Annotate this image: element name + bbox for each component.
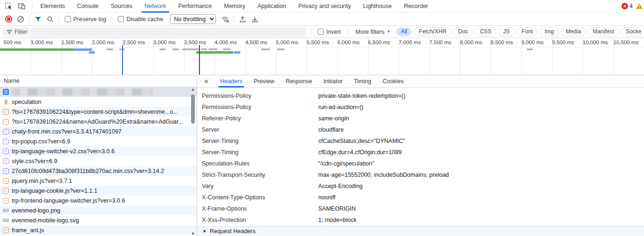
- disable-cache-input[interactable]: [118, 16, 124, 22]
- request-row[interactable]: •?ts=1767839106224&type=content-script&d…: [0, 107, 197, 117]
- detail-tab-timing[interactable]: Timing: [348, 75, 377, 87]
- scroll-up-icon[interactable]: ▲: [190, 87, 196, 92]
- waterfall-bar-gray: [277, 48, 284, 50]
- close-icon[interactable]: ✕: [197, 78, 215, 85]
- request-row[interactable]: •jquery.min.js?ver=3.7.1: [0, 176, 197, 186]
- tab-performance[interactable]: Performance: [172, 0, 218, 13]
- tab-memory[interactable]: Memory: [218, 0, 251, 13]
- script-icon: •: [3, 228, 9, 233]
- request-row[interactable]: /27cd810fc09d473ba308f311b8b270ac.min.cs…: [0, 166, 197, 176]
- name-column-header[interactable]: Name: [0, 75, 197, 87]
- tab-console[interactable]: Console: [71, 0, 105, 13]
- request-row[interactable]: /chaty-front.min.css?ver=3.3.41747401097: [0, 126, 197, 136]
- requests-scrollbar[interactable]: ▲ ▼: [190, 87, 196, 236]
- filter-pill-socket[interactable]: Socket: [621, 27, 641, 36]
- filter-input[interactable]: [15, 29, 303, 35]
- request-row[interactable]: /trp-popup.css?ver=6.9: [0, 136, 197, 146]
- request-name: frame_ant.js: [12, 227, 44, 234]
- inspect-element-icon[interactable]: [3, 0, 14, 12]
- detail-tab-cookies[interactable]: Cookies: [377, 75, 409, 87]
- header-value: private-state-token-redemption=(): [318, 93, 406, 99]
- request-row[interactable]: •frame_ant.js: [0, 225, 197, 235]
- filter-pill-doc[interactable]: Doc: [453, 27, 473, 36]
- header-row: X-Xss-Protection1; mode=block: [197, 214, 644, 226]
- waterfall-bar-gray: [201, 48, 207, 50]
- scroll-down-icon[interactable]: ▼: [190, 231, 196, 236]
- network-overview-timeline[interactable]: 500 ms1,000 ms1,500 ms2,000 ms2,500 ms3,…: [0, 38, 644, 75]
- request-row[interactable]: [0, 87, 197, 97]
- preserve-log-checkbox[interactable]: Preserve log: [62, 16, 109, 23]
- timeline-tick-label: 4,500 ms: [245, 39, 276, 46]
- header-row: Server-TimingcfCacheStatus;desc="DYNAMIC…: [197, 135, 644, 147]
- filter-pill-js[interactable]: JS: [498, 27, 514, 36]
- warning-icon[interactable]: !: [636, 3, 643, 9]
- request-row[interactable]: evenmed-mobile-logo.svg: [0, 215, 197, 225]
- header-row: X-Content-Type-Optionsnosniff: [197, 192, 644, 203]
- tab-privacy-and-security[interactable]: Privacy and security: [292, 0, 357, 13]
- filter-pill-all[interactable]: All: [396, 27, 412, 36]
- network-filter-bar: Invert More filters ▼ AllFetch/XHRDocCSS…: [0, 26, 644, 38]
- request-name: evenmed-logo.png: [12, 207, 61, 214]
- device-toolbar-icon[interactable]: [16, 0, 27, 12]
- search-icon[interactable]: [45, 14, 56, 25]
- waterfall-bar-blue: [89, 51, 95, 54]
- request-row[interactable]: •trp-frontend-language-switcher.js?ver=3…: [0, 196, 197, 205]
- timeline-tick-label: 10,500 ms: [613, 39, 644, 46]
- record-network-log-button[interactable]: [3, 14, 14, 25]
- filter-pill-img[interactable]: Img: [540, 27, 559, 36]
- waterfall-bar-green: [196, 51, 233, 54]
- import-har-icon[interactable]: [237, 14, 248, 25]
- filter-pill-css[interactable]: CSS: [475, 27, 496, 36]
- invert-checkbox[interactable]: Invert: [315, 29, 344, 35]
- tab-recorder[interactable]: Recorder: [398, 0, 434, 13]
- request-name: chaty-front.min.css?ver=3.3.41747401097: [12, 128, 122, 135]
- disable-cache-checkbox[interactable]: Disable cache: [115, 16, 166, 23]
- request-row[interactable]: •?ts=1767839106224&name=AdGuard%20Extra&…: [0, 117, 197, 126]
- detail-tab-response[interactable]: Response: [280, 75, 318, 87]
- css-icon: /: [3, 158, 9, 164]
- header-value: nosniff: [318, 194, 336, 201]
- detail-tab-headers[interactable]: Headers: [215, 75, 248, 87]
- filter-input-box[interactable]: [3, 27, 307, 37]
- request-row[interactable]: •trp-language-cookie.js?ver=1.1.1: [0, 186, 197, 196]
- timeline-tick-label: 8,500 ms: [491, 39, 521, 46]
- css-icon: /: [3, 168, 9, 174]
- tab-sources[interactable]: Sources: [105, 0, 138, 13]
- network-conditions-icon[interactable]: [220, 14, 231, 25]
- filter-pill-font[interactable]: Font: [517, 27, 537, 36]
- more-filters-button[interactable]: More filters ▼: [352, 29, 394, 35]
- invert-label: Invert: [326, 29, 341, 35]
- request-row[interactable]: evenmed-logo.png: [0, 205, 197, 215]
- export-har-icon[interactable]: [249, 14, 261, 25]
- clear-network-log-button[interactable]: [15, 14, 26, 25]
- request-row[interactable]: /trp-language-switcher-v2.css?ver=3.0.6: [0, 146, 197, 156]
- request-name: trp-popup.css?ver=6.9: [12, 138, 70, 145]
- throttling-select[interactable]: No throttling: [170, 14, 216, 24]
- detail-tab-initiator[interactable]: Initiator: [318, 75, 348, 87]
- scrollbar-thumb[interactable]: [191, 94, 195, 124]
- script-icon: •: [3, 178, 9, 184]
- request-row[interactable]: {}speculation: [0, 97, 197, 107]
- error-count-badge[interactable]: ✕ 4: [621, 3, 633, 9]
- waterfall-bar-gray: [160, 48, 166, 50]
- tab-lighthouse[interactable]: Lighthouse: [357, 0, 398, 13]
- filter-pill-manifest[interactable]: Manifest: [588, 27, 619, 36]
- header-row: X-Frame-OptionsSAMEORIGIN: [197, 203, 644, 214]
- request-row[interactable]: /style.css?ver=6.9: [0, 156, 197, 166]
- divider: [112, 16, 112, 23]
- tab-application[interactable]: Application: [251, 0, 292, 13]
- filter-pill-media[interactable]: Media: [561, 27, 586, 36]
- filter-toggle-icon[interactable]: [32, 14, 44, 25]
- header-row: Server-TimingcfEdge;dur=4,cfOrigin;dur=1…: [197, 147, 644, 158]
- filter-pill-fetch-xhr[interactable]: Fetch/XHR: [414, 27, 451, 36]
- preserve-log-input[interactable]: [65, 16, 71, 22]
- tab-network[interactable]: Network: [138, 0, 172, 13]
- invert-input[interactable]: [318, 29, 324, 35]
- request-name: evenmed-mobile-logo.svg: [12, 217, 79, 224]
- detail-tab-preview[interactable]: Preview: [248, 75, 280, 87]
- timeline-tick-label: 7,000 ms: [399, 39, 429, 46]
- script-icon: •: [3, 188, 9, 194]
- timeline-tick-label: 4,000 ms: [215, 39, 245, 46]
- tab-elements[interactable]: Elements: [34, 0, 71, 13]
- request-headers-section[interactable]: ▼ Request Headers: [197, 226, 644, 236]
